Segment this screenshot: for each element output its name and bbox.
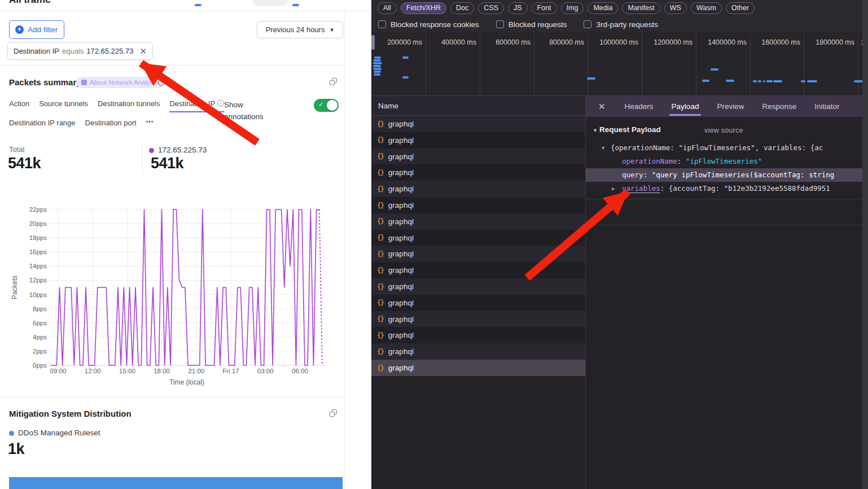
svg-text:20pps: 20pps [29, 220, 47, 227]
json-icon: {} [377, 315, 384, 323]
name-column-header[interactable]: Name [371, 96, 586, 116]
svg-text:06:00: 06:00 [292, 368, 308, 374]
request-row[interactable]: {}graphql [371, 327, 585, 343]
payload-key: variables [622, 184, 660, 193]
json-icon: {} [377, 202, 384, 209]
request-detail-panel: ✕ HeadersPayloadPreviewResponseInitiator… [586, 96, 868, 489]
mitigation-bar [9, 477, 343, 489]
checkbox-blocked-requests[interactable]: Blocked requests [496, 20, 567, 29]
timeline-gridline [426, 33, 426, 96]
json-icon: {} [377, 234, 384, 242]
request-time-mark [373, 65, 381, 67]
request-row[interactable]: {}graphql [371, 343, 585, 360]
json-icon: {} [377, 152, 384, 160]
svg-text:03:00: 03:00 [257, 368, 274, 374]
payload-tree: ▼{operationName: "ipFlowTimeseries", var… [586, 141, 868, 195]
collapse-triangle-icon[interactable]: ▼ [593, 128, 598, 133]
svg-text:12pps: 12pps [29, 277, 47, 283]
filter-pill-js[interactable]: JS [508, 2, 528, 14]
svg-text:15:00: 15:00 [119, 368, 135, 374]
request-row[interactable]: {}graphql [371, 132, 585, 149]
request-time-mark [587, 77, 595, 80]
request-row[interactable]: {}graphql [371, 262, 585, 278]
filter-pill-font[interactable]: Font [532, 2, 557, 14]
request-name: graphql [388, 364, 414, 372]
svg-text:10pps: 10pps [29, 291, 47, 298]
svg-text:22pps: 22pps [29, 206, 47, 213]
request-name: graphql [388, 347, 414, 356]
payload-preview-text: {operationName: "ipFlowTimeseries", vari… [611, 143, 823, 152]
request-row[interactable]: {}graphql [371, 230, 585, 246]
request-row[interactable]: {}graphql [371, 360, 585, 376]
filter-checkbox-row: Blocked response cookiesBlocked requests… [371, 16, 868, 33]
filter-pill-img[interactable]: Img [561, 2, 584, 14]
detail-tab-preview[interactable]: Preview [717, 96, 744, 117]
checkbox-box [378, 20, 386, 28]
analytics-panel: All traffic + Add filter Previous 24 hou… [0, 0, 371, 489]
close-icon[interactable]: ✕ [598, 102, 606, 112]
request-row[interactable]: {}graphql [371, 295, 585, 311]
json-icon: {} [377, 364, 384, 372]
svg-text:16pps: 16pps [29, 248, 47, 255]
request-time-mark [758, 80, 761, 82]
request-time-mark [711, 68, 718, 71]
checkbox-3rd-party-requests[interactable]: 3rd-party requests [584, 20, 658, 29]
svg-text:21:00: 21:00 [188, 368, 204, 374]
divider [586, 225, 868, 225]
request-row[interactable]: {}graphql [371, 311, 585, 328]
timeline-tick-label: 600000 ms [490, 38, 531, 46]
filter-pill-doc[interactable]: Doc [450, 2, 474, 14]
detail-tab-response[interactable]: Response [762, 96, 796, 117]
detail-tab-headers[interactable]: Headers [625, 96, 654, 117]
timeline-drag-handle[interactable] [371, 35, 375, 50]
request-name: graphql [388, 201, 414, 209]
collapse-triangle-icon[interactable]: ▼ [602, 141, 604, 155]
payload-key: operationName [622, 157, 677, 165]
json-icon: {} [377, 283, 384, 291]
expand-copy-icon[interactable] [330, 409, 337, 417]
filter-pill-css[interactable]: CSS [478, 2, 504, 14]
payload-row-operationName[interactable]: operationName: "ipFlowTimeseries" [586, 155, 868, 168]
checkbox-label: 3rd-party requests [596, 20, 658, 29]
svg-text:09:00: 09:00 [50, 368, 67, 374]
json-icon: {} [377, 250, 384, 258]
request-time-mark [726, 80, 734, 82]
expand-triangle-icon[interactable]: ▶ [612, 182, 615, 195]
json-icon: {} [377, 136, 384, 144]
checkbox-blocked-response-cookies[interactable]: Blocked response cookies [378, 20, 479, 29]
svg-text:6pps: 6pps [33, 320, 47, 326]
request-row[interactable]: {}graphql [371, 181, 585, 197]
request-row[interactable]: {}graphql [371, 197, 585, 213]
filter-pill-wasm[interactable]: Wasm [691, 2, 722, 14]
svg-text:2pps: 2pps [33, 348, 47, 355]
request-row[interactable]: {}graphql [371, 116, 585, 132]
filter-pill-ws[interactable]: WS [664, 2, 687, 14]
checkbox-box [496, 20, 504, 28]
request-name: graphql [388, 152, 414, 161]
json-icon: {} [377, 331, 384, 339]
detail-tab-payload[interactable]: Payload [672, 96, 699, 117]
screenshot-root: All traffic + Add filter Previous 24 hou… [0, 0, 868, 489]
request-row[interactable]: {}graphql [371, 278, 585, 295]
payload-row-query[interactable]: query: "query ipFlowTimeseries($accountT… [586, 168, 868, 182]
payload-row-variables[interactable]: ▶variables: {accountTag: "b12e3b2192ee55… [586, 182, 868, 195]
request-row[interactable]: {}graphql [371, 246, 585, 262]
svg-text:12:00: 12:00 [85, 368, 101, 374]
request-row[interactable]: {}graphql [371, 213, 585, 230]
filter-pill-other[interactable]: Other [726, 2, 755, 14]
payload-preview-row[interactable]: ▼{operationName: "ipFlowTimeseries", var… [586, 141, 868, 155]
view-source-link[interactable]: view source [704, 126, 743, 134]
timeline-tick-label: 400000 ms [436, 38, 476, 46]
filter-pill-fetchxhr[interactable]: Fetch/XHR [401, 2, 446, 14]
svg-text:4pps: 4pps [33, 334, 47, 340]
timeline-gridline [750, 33, 751, 96]
request-name: graphql [388, 315, 414, 324]
request-time-mark [807, 80, 817, 82]
filter-pill-all[interactable]: All [378, 2, 397, 14]
request-row[interactable]: {}graphql [371, 164, 585, 181]
network-timeline-overview[interactable]: 200000 ms400000 ms600000 ms800000 ms1000… [371, 33, 868, 96]
request-row[interactable]: {}graphql [371, 149, 585, 165]
filter-pill-manifest[interactable]: Manifest [622, 2, 660, 14]
filter-pill-media[interactable]: Media [588, 2, 618, 14]
detail-tab-initiator[interactable]: Initiator [814, 96, 839, 117]
